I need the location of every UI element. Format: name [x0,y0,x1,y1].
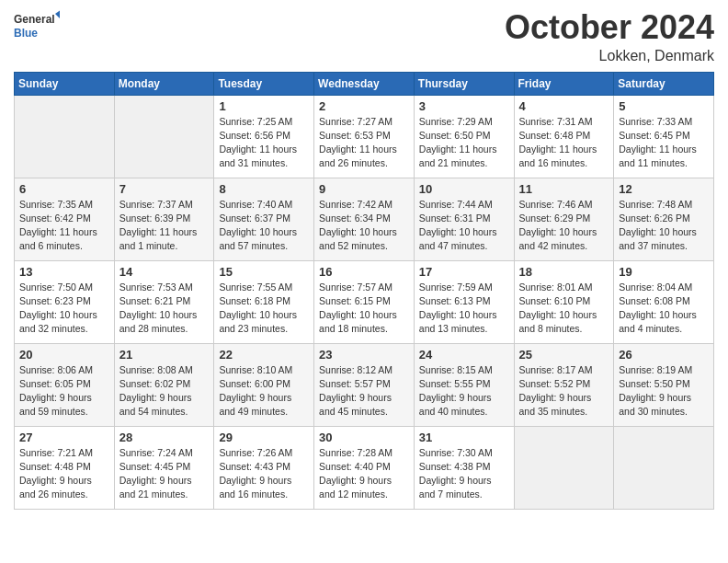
day-number: 14 [119,265,210,279]
day-info: Sunrise: 8:12 AMSunset: 5:57 PMDaylight:… [319,363,409,419]
day-number: 16 [319,265,409,279]
day-info: Sunrise: 7:29 AMSunset: 6:50 PMDaylight:… [419,115,509,171]
day-info: Sunrise: 8:01 AMSunset: 6:10 PMDaylight:… [519,281,609,337]
calendar-cell: 23 Sunrise: 8:12 AMSunset: 5:57 PMDaylig… [314,343,415,426]
day-number: 26 [619,348,709,362]
day-info: Sunrise: 7:53 AMSunset: 6:21 PMDaylight:… [119,281,210,337]
day-number: 12 [619,182,709,196]
day-info: Sunrise: 7:21 AMSunset: 4:48 PMDaylight:… [19,446,109,502]
header-friday: Friday [514,72,614,95]
week-row-5: 27 Sunrise: 7:21 AMSunset: 4:48 PMDaylig… [15,426,714,509]
day-number: 10 [419,182,509,196]
day-info: Sunrise: 7:40 AMSunset: 6:37 PMDaylight:… [219,198,309,254]
day-info: Sunrise: 8:06 AMSunset: 6:05 PMDaylight:… [19,363,109,419]
week-row-1: 1 Sunrise: 7:25 AMSunset: 6:56 PMDayligh… [15,95,714,178]
header-wednesday: Wednesday [314,72,415,95]
location-title: Lokken, Denmark [505,48,714,64]
calendar-cell: 15 Sunrise: 7:55 AMSunset: 6:18 PMDaylig… [214,260,314,343]
day-info: Sunrise: 7:27 AMSunset: 6:53 PMDaylight:… [319,115,409,171]
calendar-cell [514,426,614,509]
day-number: 28 [119,431,210,444]
day-number: 21 [119,348,210,362]
day-number: 3 [419,99,509,113]
month-title: October 2024 [505,9,714,46]
calendar-cell [614,426,714,509]
day-number: 15 [219,265,309,279]
calendar-cell: 6 Sunrise: 7:35 AMSunset: 6:42 PMDayligh… [15,178,115,260]
day-info: Sunrise: 7:55 AMSunset: 6:18 PMDaylight:… [219,281,309,337]
logo: General Blue [14,9,60,42]
calendar-cell: 28 Sunrise: 7:24 AMSunset: 4:45 PMDaylig… [114,426,214,509]
day-number: 18 [519,265,609,279]
calendar-cell [114,95,214,178]
day-info: Sunrise: 7:28 AMSunset: 4:40 PMDaylight:… [319,446,409,502]
day-info: Sunrise: 7:48 AMSunset: 6:26 PMDaylight:… [619,198,709,254]
day-info: Sunrise: 8:08 AMSunset: 6:02 PMDaylight:… [119,363,210,419]
day-number: 13 [19,265,109,279]
day-number: 8 [219,182,309,196]
day-info: Sunrise: 7:24 AMSunset: 4:45 PMDaylight:… [119,446,210,502]
week-row-4: 20 Sunrise: 8:06 AMSunset: 6:05 PMDaylig… [15,343,714,426]
day-info: Sunrise: 7:31 AMSunset: 6:48 PMDaylight:… [519,115,609,171]
day-info: Sunrise: 8:19 AMSunset: 5:50 PMDaylight:… [619,363,709,419]
day-number: 1 [219,99,309,113]
day-number: 31 [419,431,509,444]
header-saturday: Saturday [614,72,714,95]
day-info: Sunrise: 7:26 AMSunset: 4:43 PMDaylight:… [219,446,309,502]
calendar-cell: 30 Sunrise: 7:28 AMSunset: 4:40 PMDaylig… [314,426,415,509]
calendar-cell: 11 Sunrise: 7:46 AMSunset: 6:29 PMDaylig… [514,178,614,260]
calendar-cell: 3 Sunrise: 7:29 AMSunset: 6:50 PMDayligh… [414,95,514,178]
header-tuesday: Tuesday [214,72,314,95]
logo-svg: General Blue [14,9,60,42]
page: General Blue October 2024 Lokken, Denmar… [0,0,728,563]
calendar-cell: 7 Sunrise: 7:37 AMSunset: 6:39 PMDayligh… [114,178,214,260]
day-number: 9 [319,182,409,196]
calendar-cell: 12 Sunrise: 7:48 AMSunset: 6:26 PMDaylig… [614,178,714,260]
day-info: Sunrise: 7:50 AMSunset: 6:23 PMDaylight:… [19,281,109,337]
day-info: Sunrise: 7:44 AMSunset: 6:31 PMDaylight:… [419,198,509,254]
header-monday: Monday [114,72,214,95]
calendar-cell: 5 Sunrise: 7:33 AMSunset: 6:45 PMDayligh… [614,95,714,178]
day-number: 25 [519,348,609,362]
calendar-cell: 14 Sunrise: 7:53 AMSunset: 6:21 PMDaylig… [114,260,214,343]
calendar-cell: 16 Sunrise: 7:57 AMSunset: 6:15 PMDaylig… [314,260,415,343]
calendar-cell: 4 Sunrise: 7:31 AMSunset: 6:48 PMDayligh… [514,95,614,178]
day-info: Sunrise: 8:17 AMSunset: 5:52 PMDaylight:… [519,363,609,419]
day-number: 23 [319,348,409,362]
calendar-cell: 31 Sunrise: 7:30 AMSunset: 4:38 PMDaylig… [414,426,514,509]
calendar-cell: 27 Sunrise: 7:21 AMSunset: 4:48 PMDaylig… [15,426,115,509]
day-info: Sunrise: 7:42 AMSunset: 6:34 PMDaylight:… [319,198,409,254]
day-number: 7 [119,182,210,196]
calendar-cell: 25 Sunrise: 8:17 AMSunset: 5:52 PMDaylig… [514,343,614,426]
calendar-cell: 20 Sunrise: 8:06 AMSunset: 6:05 PMDaylig… [15,343,115,426]
day-info: Sunrise: 7:30 AMSunset: 4:38 PMDaylight:… [419,446,509,502]
svg-marker-2 [55,9,60,20]
day-number: 27 [19,431,109,444]
day-number: 2 [319,99,409,113]
svg-text:General: General [14,13,55,26]
day-info: Sunrise: 8:15 AMSunset: 5:55 PMDaylight:… [419,363,509,419]
calendar-cell: 1 Sunrise: 7:25 AMSunset: 6:56 PMDayligh… [214,95,314,178]
week-row-2: 6 Sunrise: 7:35 AMSunset: 6:42 PMDayligh… [15,178,714,260]
header-sunday: Sunday [15,72,115,95]
day-number: 5 [619,99,709,113]
week-row-3: 13 Sunrise: 7:50 AMSunset: 6:23 PMDaylig… [15,260,714,343]
day-info: Sunrise: 7:57 AMSunset: 6:15 PMDaylight:… [319,281,409,337]
calendar-cell: 17 Sunrise: 7:59 AMSunset: 6:13 PMDaylig… [414,260,514,343]
day-info: Sunrise: 7:35 AMSunset: 6:42 PMDaylight:… [19,198,109,254]
day-number: 6 [19,182,109,196]
calendar-cell: 18 Sunrise: 8:01 AMSunset: 6:10 PMDaylig… [514,260,614,343]
day-info: Sunrise: 7:33 AMSunset: 6:45 PMDaylight:… [619,115,709,171]
day-info: Sunrise: 8:04 AMSunset: 6:08 PMDaylight:… [619,281,709,337]
calendar-cell: 9 Sunrise: 7:42 AMSunset: 6:34 PMDayligh… [314,178,415,260]
calendar-cell: 26 Sunrise: 8:19 AMSunset: 5:50 PMDaylig… [614,343,714,426]
calendar-cell: 19 Sunrise: 8:04 AMSunset: 6:08 PMDaylig… [614,260,714,343]
calendar-cell: 21 Sunrise: 8:08 AMSunset: 6:02 PMDaylig… [114,343,214,426]
day-info: Sunrise: 7:37 AMSunset: 6:39 PMDaylight:… [119,198,210,254]
calendar-cell: 8 Sunrise: 7:40 AMSunset: 6:37 PMDayligh… [214,178,314,260]
title-block: October 2024 Lokken, Denmark [505,9,714,64]
day-info: Sunrise: 7:59 AMSunset: 6:13 PMDaylight:… [419,281,509,337]
calendar-cell: 29 Sunrise: 7:26 AMSunset: 4:43 PMDaylig… [214,426,314,509]
day-number: 20 [19,348,109,362]
day-info: Sunrise: 7:25 AMSunset: 6:56 PMDaylight:… [219,115,309,171]
